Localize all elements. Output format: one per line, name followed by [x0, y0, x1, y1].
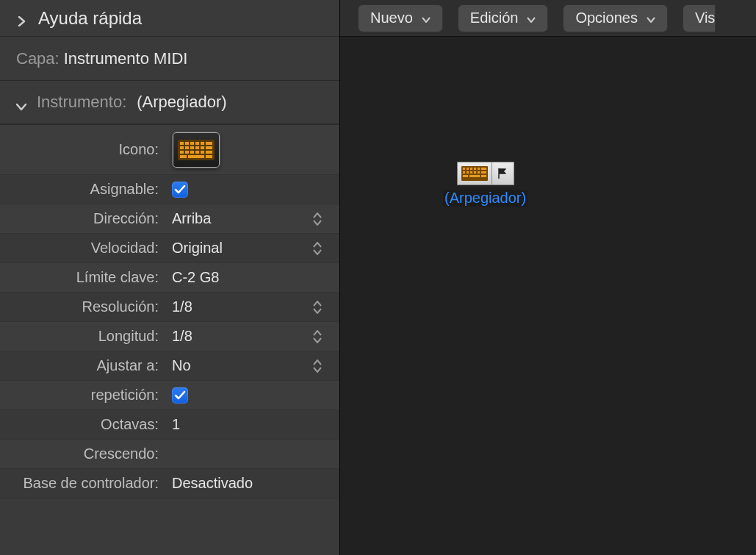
param-row-crescendo: Crescendo: — [0, 440, 339, 469]
svg-rect-18 — [206, 151, 212, 154]
param-value: Desactivado — [172, 475, 253, 492]
chevron-down-icon — [527, 10, 536, 26]
controllerbase-select[interactable]: Desactivado — [166, 469, 339, 498]
keyboard-icon — [178, 140, 215, 160]
stepper-icon[interactable] — [313, 330, 322, 343]
stepper-icon[interactable] — [313, 242, 322, 255]
svg-rect-21 — [206, 155, 212, 158]
instrument-header[interactable]: Instrumento: (Arpegiador) — [0, 81, 339, 125]
param-row-controllerbase: Base de controlador: Desactivado — [0, 469, 339, 498]
param-value: 1 — [172, 416, 180, 433]
stepper-icon[interactable] — [313, 301, 322, 314]
param-row-icon: Icono: — [0, 125, 339, 175]
svg-rect-27 — [478, 168, 480, 170]
quick-help-title: Ayuda rápida — [38, 8, 142, 29]
param-label: Icono: — [0, 141, 166, 158]
toolbar-label: Nuevo — [370, 10, 413, 26]
node-output-icon — [492, 162, 514, 185]
param-row-octaves: Octavas: 1 — [0, 410, 339, 440]
param-value: Arriba — [172, 210, 211, 227]
node-icon-group — [457, 162, 514, 185]
param-row-length: Longitud: 1/8 — [0, 322, 339, 351]
octaves-field[interactable]: 1 — [166, 410, 339, 439]
svg-rect-13 — [180, 151, 184, 154]
param-row-direction: Dirección: Arriba — [0, 204, 339, 234]
svg-rect-7 — [180, 146, 184, 149]
node-keyboard-icon — [457, 162, 492, 185]
svg-rect-14 — [185, 151, 189, 154]
resolution-select[interactable]: 1/8 — [166, 293, 339, 321]
layer-label: Capa: — [16, 49, 60, 68]
node-label[interactable]: (Arpegiador) — [443, 190, 528, 207]
crescendo-field[interactable] — [166, 440, 339, 468]
quick-help-header[interactable]: Ayuda rápida — [0, 0, 339, 37]
svg-rect-32 — [474, 171, 476, 173]
param-label: Límite clave: — [0, 269, 166, 286]
param-row-keylimit: Límite clave: C-2 G8 — [0, 263, 339, 293]
svg-rect-20 — [188, 155, 204, 158]
svg-rect-2 — [185, 142, 189, 145]
chevron-down-icon — [16, 97, 26, 107]
param-value: Original — [172, 240, 223, 257]
svg-rect-24 — [467, 168, 469, 170]
arpeggiator-node[interactable]: (Arpegiador) — [443, 162, 528, 207]
param-label: Resolución: — [0, 298, 166, 315]
svg-rect-12 — [206, 146, 212, 149]
svg-rect-26 — [474, 168, 476, 170]
stepper-icon[interactable] — [313, 359, 322, 373]
svg-rect-29 — [463, 171, 465, 173]
param-value-icon[interactable] — [166, 125, 339, 174]
param-value: 1/8 — [172, 328, 192, 345]
svg-rect-35 — [463, 175, 468, 177]
svg-rect-17 — [201, 151, 204, 154]
keylimit-field[interactable]: C-2 G8 — [166, 263, 339, 292]
environment-toolbar: Nuevo Edición Opciones Vis — [340, 0, 756, 37]
param-label: Ajustar a: — [0, 357, 166, 374]
new-menu-button[interactable]: Nuevo — [358, 4, 443, 32]
param-value: C-2 G8 — [172, 269, 219, 286]
svg-rect-9 — [190, 146, 194, 149]
instrument-icon-well[interactable] — [172, 132, 220, 168]
repeat-checkbox[interactable] — [172, 387, 188, 404]
svg-rect-8 — [185, 146, 189, 149]
svg-rect-31 — [470, 171, 472, 173]
param-value: No — [172, 357, 191, 374]
velocity-select[interactable]: Original — [166, 234, 339, 262]
param-label: Crescendo: — [0, 445, 166, 462]
snap-select[interactable]: No — [166, 351, 339, 380]
svg-rect-5 — [201, 142, 204, 145]
param-label: Dirección: — [0, 210, 166, 227]
view-menu-button[interactable]: Vis — [683, 4, 716, 32]
direction-select[interactable]: Arriba — [166, 204, 339, 233]
param-row-repeat: repetición: — [0, 381, 339, 410]
svg-rect-19 — [180, 155, 187, 158]
svg-rect-30 — [467, 171, 469, 173]
assignable-checkbox[interactable] — [172, 182, 188, 198]
param-label: Base de controlador: — [0, 475, 166, 492]
svg-rect-11 — [201, 146, 204, 149]
toolbar-label: Vis — [695, 10, 715, 26]
layer-row[interactable]: Capa: Instrumento MIDI — [0, 37, 339, 81]
svg-rect-15 — [190, 151, 194, 154]
chevron-right-icon — [16, 13, 26, 24]
svg-rect-33 — [478, 171, 480, 173]
param-value: 1/8 — [172, 298, 192, 315]
environment-canvas[interactable]: (Arpegiador) — [340, 37, 756, 555]
svg-rect-23 — [463, 168, 465, 170]
svg-rect-1 — [180, 142, 184, 145]
toolbar-label: Opciones — [575, 10, 638, 26]
instrument-label: Instrumento: — [37, 93, 126, 112]
param-label: Octavas: — [0, 416, 166, 433]
svg-rect-34 — [481, 171, 486, 173]
param-row-resolution: Resolución: 1/8 — [0, 293, 339, 322]
length-select[interactable]: 1/8 — [166, 322, 339, 351]
chevron-down-icon — [422, 10, 431, 26]
svg-rect-25 — [470, 168, 472, 170]
options-menu-button[interactable]: Opciones — [563, 4, 668, 32]
svg-rect-37 — [481, 175, 486, 177]
edit-menu-button[interactable]: Edición — [458, 4, 549, 32]
svg-rect-10 — [195, 146, 199, 149]
main-area: Nuevo Edición Opciones Vis — [340, 0, 756, 555]
stepper-icon[interactable] — [313, 212, 322, 226]
app-root: Ayuda rápida Capa: Instrumento MIDI Inst… — [0, 0, 756, 555]
